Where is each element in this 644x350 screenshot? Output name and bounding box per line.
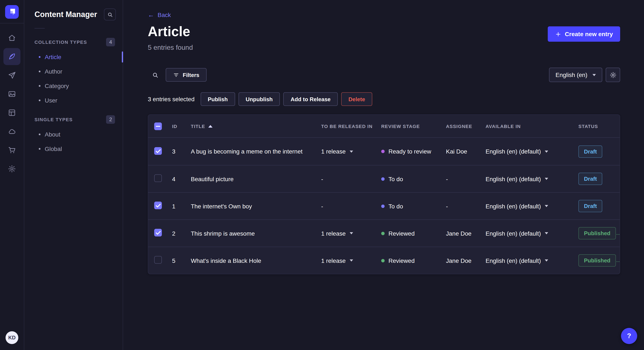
row-assignee: - xyxy=(446,175,486,182)
select-all-checkbox[interactable] xyxy=(154,122,162,130)
row-checkbox[interactable] xyxy=(154,256,162,264)
delete-button[interactable]: Delete xyxy=(341,92,372,106)
release-dropdown[interactable]: 1 release xyxy=(321,148,381,155)
nav-item-releases[interactable] xyxy=(4,67,20,84)
row-id: 3 xyxy=(172,148,191,155)
nav-item-content-manager[interactable] xyxy=(4,48,20,65)
column-header-id[interactable]: ID xyxy=(172,124,191,129)
view-settings-button[interactable] xyxy=(606,68,620,82)
chevron-down-icon xyxy=(545,232,548,234)
sidebar-item-author[interactable]: Author xyxy=(24,64,123,79)
unpublish-button[interactable]: Unpublish xyxy=(238,92,280,106)
locale-select[interactable]: English (en) xyxy=(549,68,602,82)
row-assignee: Jane Doe xyxy=(446,257,486,264)
strapi-logo-icon xyxy=(7,7,16,16)
bullet-icon xyxy=(39,148,40,150)
bullet-icon xyxy=(39,56,40,58)
row-checkbox[interactable] xyxy=(154,201,162,209)
release-dropdown[interactable]: - xyxy=(321,203,381,209)
row-stage: To do xyxy=(388,175,403,182)
chevron-down-icon xyxy=(545,150,548,153)
main-content: ← Back Article 5 entries found Create ne… xyxy=(123,0,644,350)
nav-item-cloud[interactable] xyxy=(4,123,20,140)
locale-dropdown[interactable]: English (en) (default) xyxy=(486,203,578,209)
table-row[interactable]: 2 This shrimp is awesome 1 release Revie… xyxy=(148,219,620,247)
rail-icons xyxy=(4,29,20,177)
row-title: What's inside a Black Hole xyxy=(191,257,321,264)
sort-ascending-icon[interactable] xyxy=(208,125,212,127)
table-row[interactable]: 3 A bug is becoming a meme on the intern… xyxy=(148,138,620,165)
column-header-title-label: TITLE xyxy=(191,124,205,129)
review-stage-cell: Reviewed xyxy=(381,230,446,237)
row-checkbox[interactable] xyxy=(154,174,162,182)
column-header-to-be-released-in[interactable]: TO BE RELEASED IN xyxy=(321,124,381,129)
table-row[interactable]: 5 What's inside a Black Hole 1 release R… xyxy=(148,247,620,274)
sidebar-item-global[interactable]: Global xyxy=(24,142,123,156)
user-avatar[interactable]: KD xyxy=(6,331,18,344)
column-header-status[interactable]: STATUS xyxy=(578,124,620,129)
bullet-icon xyxy=(39,85,40,87)
marketplace-icon xyxy=(8,146,16,154)
status-badge: Draft xyxy=(578,173,602,185)
column-header-title[interactable]: TITLE xyxy=(191,124,321,129)
bullet-icon xyxy=(39,71,40,72)
subnav-search-button[interactable] xyxy=(104,8,116,20)
create-new-entry-button[interactable]: Create new entry xyxy=(548,26,620,42)
column-header-assignee[interactable]: ASSIGNEE xyxy=(446,124,486,129)
table-row[interactable]: 4 Beautiful picture - To do - English (e… xyxy=(148,165,620,192)
collection-types-label: COLLECTION TYPES xyxy=(34,39,87,45)
collection-types-count-badge: 4 xyxy=(106,38,115,46)
review-stage-cell: To do xyxy=(381,175,446,182)
subnav-divider xyxy=(34,28,45,28)
filter-icon xyxy=(173,72,179,78)
locale-dropdown[interactable]: English (en) (default) xyxy=(486,230,578,237)
release-dropdown[interactable]: - xyxy=(321,175,381,182)
column-header-review-stage[interactable]: REVIEW STAGE xyxy=(381,124,446,129)
row-locale: English (en) (default) xyxy=(486,203,541,209)
sidebar-item-category[interactable]: Category xyxy=(24,79,123,93)
chevron-down-icon xyxy=(545,259,548,262)
row-id: 4 xyxy=(172,175,191,182)
sidebar-item-article[interactable]: Article xyxy=(24,50,123,64)
single-types-label: SINGLE TYPES xyxy=(34,117,72,122)
filters-button[interactable]: Filters xyxy=(166,68,206,82)
publish-button[interactable]: Publish xyxy=(200,92,235,106)
row-locale: English (en) (default) xyxy=(486,230,541,237)
entries-count: 5 entries found xyxy=(148,44,193,51)
locale-dropdown[interactable]: English (en) (default) xyxy=(486,257,578,264)
help-button[interactable]: ? xyxy=(621,328,637,344)
plus-icon xyxy=(555,31,561,37)
stage-dot xyxy=(381,232,384,235)
nav-item-media-library[interactable] xyxy=(4,85,20,103)
locale-dropdown[interactable]: English (en) (default) xyxy=(486,148,578,155)
stage-dot xyxy=(381,204,384,208)
back-link[interactable]: ← Back xyxy=(148,11,171,18)
row-checkbox[interactable] xyxy=(154,147,162,155)
nav-item-marketplace[interactable] xyxy=(4,142,20,159)
release-dropdown[interactable]: 1 release xyxy=(321,257,381,264)
bullet-icon xyxy=(39,134,40,135)
search-icon xyxy=(107,11,113,18)
row-checkbox[interactable] xyxy=(154,229,162,236)
status-badge: Draft xyxy=(578,145,602,158)
strapi-logo[interactable] xyxy=(5,5,19,19)
search-icon xyxy=(152,71,159,78)
sidebar-item-label: Category xyxy=(45,82,69,89)
row-stage: Ready to review xyxy=(388,148,431,155)
add-to-release-button[interactable]: Add to Release xyxy=(283,92,338,106)
content-manager-icon xyxy=(8,52,16,61)
nav-item-home[interactable] xyxy=(4,29,20,46)
sidebar-item-user[interactable]: User xyxy=(24,93,123,108)
nav-item-content-type-builder[interactable] xyxy=(4,104,20,121)
search-button[interactable] xyxy=(148,68,162,82)
table-row[interactable]: 1 The internet's Own boy - To do - Engli… xyxy=(148,192,620,219)
release-dropdown[interactable]: 1 release xyxy=(321,230,381,237)
back-label: Back xyxy=(158,11,171,18)
sidebar-item-about[interactable]: About xyxy=(24,127,123,142)
column-header-available-in[interactable]: AVAILABLE IN xyxy=(486,124,578,129)
row-locale: English (en) (default) xyxy=(486,175,541,182)
row-locale: English (en) (default) xyxy=(486,148,541,155)
nav-item-settings[interactable] xyxy=(4,160,20,177)
sidebar-item-label: About xyxy=(45,131,60,138)
locale-dropdown[interactable]: English (en) (default) xyxy=(486,175,578,182)
